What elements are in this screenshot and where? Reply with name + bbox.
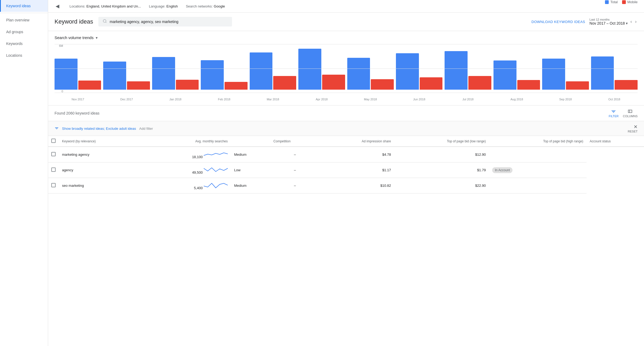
date-range-controls: ‹ › [629, 19, 638, 25]
topbar-language: Language: English [149, 4, 178, 8]
row-keyword-1: agency [59, 162, 143, 178]
table-actions: FILTER COLUMNS [609, 109, 638, 118]
topbar-networks: Search networks: Google [186, 4, 225, 8]
row-checkbox-cell-2 [48, 178, 59, 193]
found-count-text: Found 2060 keyword ideas [55, 111, 99, 115]
th-top-page-low: Top of page bid (low range) [394, 136, 489, 147]
row-keyword-2: seo marketing [59, 178, 143, 193]
chart-gridlines [55, 44, 638, 93]
sidebar-item-keywords[interactable]: Keywords [0, 38, 48, 50]
gridline-top [55, 44, 638, 44]
table-head: Keyword (by relevance) Avg. monthly sear… [48, 136, 644, 147]
th-checkbox [48, 136, 59, 147]
keywords-table: Keyword (by relevance) Avg. monthly sear… [48, 136, 644, 193]
main-content: ◀ Locations: England, United Kingdom and… [48, 0, 644, 346]
download-keyword-ideas-button[interactable]: DOWNLOAD KEYWORD IDEAS [531, 20, 585, 24]
sidebar-item-plan-overview[interactable]: Plan overview [0, 14, 48, 26]
gridline-bottom [55, 93, 638, 93]
x-label-11: Oct 2018 [591, 98, 638, 101]
language-value: English [167, 4, 178, 8]
row-top-page-high-1: $1.79 [394, 162, 489, 178]
row-checkbox-0[interactable] [51, 152, 56, 156]
sidebar-divider [0, 13, 48, 13]
row-top-page-high-0: $12.90 [394, 147, 489, 162]
table-row: seo marketing 5,400 Medium – $10.82 $22.… [48, 178, 644, 193]
reset-label[interactable]: RESET [628, 130, 638, 133]
x-label-3: Feb 2018 [201, 98, 247, 101]
x-label-7: Jun 2018 [396, 98, 442, 101]
x-label-0: Nov 2017 [55, 98, 101, 101]
th-competition-label: Competition [270, 136, 319, 147]
x-label-2: Jan 2018 [152, 98, 199, 101]
table-row: agency 49,500 Low – $1.17 $1.79 In Accou… [48, 162, 644, 178]
row-account-status-2 [489, 178, 587, 193]
table-header-row: Found 2060 keyword ideas FILTER COLUMNS [48, 105, 644, 121]
date-range-selector: Last 12 months Nov 2017 – Oct 2018 ▾ ‹ › [589, 18, 638, 25]
search-box[interactable] [98, 17, 232, 26]
svg-line-1 [106, 22, 106, 23]
date-prev-button[interactable]: ‹ [629, 19, 633, 25]
row-checkbox-1[interactable] [51, 168, 56, 172]
chart-title: Search volume trends [55, 35, 94, 40]
table-row: marketing agency 18,100 Medium – $4.78 $… [48, 147, 644, 162]
row-top-page-low-0: $4.78 [319, 147, 394, 162]
row-checkbox-2[interactable] [51, 183, 56, 187]
chart-bars-wrapper: Nov 2017Dec 2017Jan 2018Feb 2018Mar 2018… [55, 44, 638, 101]
filter-close-area: ✕ RESET [627, 124, 638, 133]
filter-close-button[interactable]: ✕ [634, 124, 638, 130]
date-range-dropdown-button[interactable]: ▾ [626, 21, 628, 25]
row-ad-impression-0: – [270, 147, 319, 162]
row-sparkline-2 [204, 181, 228, 189]
row-competition-1: Low [231, 162, 270, 178]
networks-label: Search networks: [186, 4, 213, 8]
topbar-locations: Locations: England, United Kingdom and U… [70, 4, 141, 8]
table-section: Found 2060 keyword ideas FILTER COLUMNS [48, 105, 644, 193]
th-account-status: Account status [587, 136, 644, 147]
row-avg-monthly-1: 49,500 [143, 162, 231, 178]
chart-container: 6M 3M 0 Nov 2017Dec 2017Jan 2018Feb 2018… [55, 44, 638, 101]
th-keyword: Keyword (by relevance) [59, 136, 143, 147]
row-keyword-0: marketing agency [59, 147, 143, 162]
row-ad-impression-1: – [270, 162, 319, 178]
filter-active-icon [55, 126, 59, 131]
search-icon [103, 19, 107, 24]
sidebar-item-ad-groups[interactable]: Ad groups [0, 26, 48, 38]
networks-value: Google [214, 4, 225, 8]
page-title: Keyword ideas [55, 18, 93, 25]
columns-icon [627, 109, 633, 114]
sidebar-item-locations[interactable]: Locations [0, 50, 48, 61]
row-checkbox-cell-0 [48, 147, 59, 162]
row-checkbox-cell-1 [48, 162, 59, 178]
x-label-8: Jul 2018 [445, 98, 491, 101]
x-label-10: Sep 2018 [542, 98, 589, 101]
columns-button[interactable]: COLUMNS [623, 109, 638, 118]
th-competition [231, 136, 270, 147]
topbar: ◀ Locations: England, United Kingdom and… [48, 0, 644, 13]
gridline-mid [55, 69, 638, 69]
row-avg-monthly-2: 5,400 [143, 178, 231, 193]
x-label-5: Apr 2018 [298, 98, 345, 101]
row-top-page-low-1: $1.17 [319, 162, 394, 178]
header-checkbox[interactable] [51, 139, 56, 143]
filter-description[interactable]: Show broadly related ideas; Exclude adul… [62, 127, 136, 131]
row-sparkline-1 [204, 166, 228, 174]
collapse-button[interactable]: ◀ [53, 2, 61, 10]
filter-button[interactable]: FILTER [609, 109, 619, 118]
row-top-page-low-2: $10.82 [319, 178, 394, 193]
date-next-button[interactable]: › [634, 19, 638, 25]
th-ad-impression: Ad impression share [319, 136, 394, 147]
locations-label: Locations: [70, 4, 85, 8]
in-account-badge-1: In Account [492, 167, 512, 173]
locations-value: England, United Kingdom and Un... [86, 4, 141, 8]
sidebar-item-keyword-ideas[interactable]: Keyword ideas [0, 0, 48, 12]
chart-title-row: Search volume trends ▾ Total Mobile [55, 35, 638, 40]
chart-dropdown-icon[interactable]: ▾ [96, 36, 98, 40]
search-input[interactable] [110, 20, 228, 24]
keywords-table-body: marketing agency 18,100 Medium – $4.78 $… [48, 147, 644, 193]
row-top-page-high-2: $22.90 [394, 178, 489, 193]
row-avg-monthly-0: 18,100 [143, 147, 231, 162]
row-account-status-0 [489, 147, 587, 162]
content-header: Keyword ideas DOWNLOAD KEYWORD IDEAS Las… [48, 13, 644, 31]
add-filter-link[interactable]: Add filter [139, 127, 153, 131]
filter-row: Show broadly related ideas; Exclude adul… [48, 121, 644, 136]
